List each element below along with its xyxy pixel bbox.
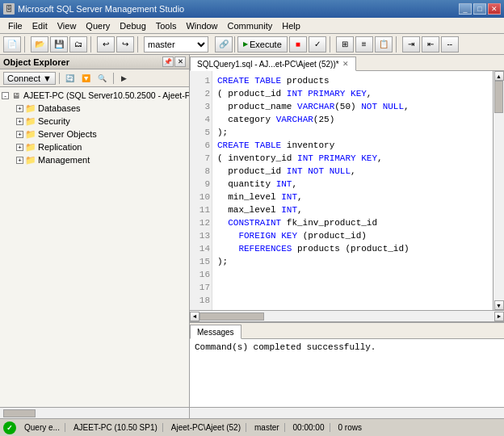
play-icon: ▶ xyxy=(243,40,248,48)
oe-expand-button[interactable]: ▶ xyxy=(117,72,132,85)
check-icon: ✓ xyxy=(6,424,13,432)
undo-button[interactable]: ↩ xyxy=(97,36,115,52)
management-toggle[interactable]: + xyxy=(16,157,23,164)
results-scrollbar[interactable] xyxy=(190,407,504,418)
server-objects-toggle[interactable]: + xyxy=(16,131,23,138)
menu-community[interactable]: Community xyxy=(223,20,278,31)
replication-toggle[interactable]: + xyxy=(16,144,23,151)
hscrollbar-thumb[interactable] xyxy=(200,312,264,321)
tree-item-security[interactable]: + 📁 Security xyxy=(2,115,187,128)
results-to-text[interactable]: ≡ xyxy=(355,36,373,52)
hscrollbar-right-button[interactable]: ► xyxy=(494,312,504,321)
redo-button[interactable]: ↪ xyxy=(116,36,134,52)
status-time: 00:00:00 xyxy=(288,423,330,432)
oe-sep xyxy=(59,73,60,84)
security-label: Security xyxy=(38,116,70,126)
oe-search-button[interactable]: 🔍 xyxy=(95,72,110,85)
databases-toggle[interactable]: + xyxy=(16,105,23,112)
close-button[interactable]: ✕ xyxy=(488,3,501,15)
management-label: Management xyxy=(38,155,90,165)
connection-button[interactable]: 🔗 xyxy=(215,36,233,52)
tab-title: SQLQuery1.sql - AJ...et-PC\Ajeet (52))* xyxy=(197,60,339,69)
tree-item-replication[interactable]: + 📁 Replication xyxy=(2,140,187,153)
tree-item-management[interactable]: + 📁 Management xyxy=(2,153,187,166)
object-explorer-title: Object Explorer xyxy=(3,57,69,67)
indent-btn[interactable]: ⇥ xyxy=(402,36,420,52)
tab-close-button[interactable]: ✕ xyxy=(342,60,349,68)
menu-tools[interactable]: Tools xyxy=(151,20,182,31)
security-toggle[interactable]: + xyxy=(16,118,23,125)
oe-pin-button[interactable]: 📌 xyxy=(162,57,174,67)
menu-view[interactable]: View xyxy=(52,20,82,31)
scrollbar-track xyxy=(494,81,504,300)
database-selector[interactable]: master xyxy=(144,36,208,52)
toolbar-sep-2 xyxy=(90,36,94,52)
results-content: Command(s) completed successfully. xyxy=(190,339,504,407)
tree-item-databases[interactable]: + 📁 Databases xyxy=(2,102,187,115)
results-to-grid[interactable]: ⊞ xyxy=(336,36,354,52)
minimize-button[interactable]: _ xyxy=(459,3,472,15)
status-db: master xyxy=(250,423,285,432)
management-folder-icon: 📁 xyxy=(25,154,36,166)
hscrollbar-track xyxy=(200,312,494,321)
sql-editor-tab[interactable]: SQLQuery1.sql - AJ...et-PC\Ajeet (52))* … xyxy=(190,57,356,71)
restore-button[interactable]: □ xyxy=(473,3,486,15)
code-line-16: REFERENCES products (product_id) xyxy=(217,242,488,255)
code-editor[interactable]: CREATE TABLE products ( product_id INT P… xyxy=(212,71,493,310)
toolbar-sep-3 xyxy=(137,36,141,52)
results-to-file[interactable]: 📋 xyxy=(375,36,393,52)
code-line-3: product_name VARCHAR(50) NOT NULL, xyxy=(217,100,488,113)
editor-hscrollbar[interactable]: ◄ ► xyxy=(190,310,504,321)
server-objects-label: Server Objects xyxy=(38,129,97,139)
oe-refresh-button[interactable]: 🔄 xyxy=(63,72,78,85)
menu-edit[interactable]: Edit xyxy=(27,20,52,31)
object-explorer-header: Object Explorer 📌 ✕ xyxy=(0,55,189,69)
tree-item-server[interactable]: - 🖥 AJEET-PC (SQL Server10.50.2500 - Aje… xyxy=(2,89,187,102)
outdent-btn[interactable]: ⇤ xyxy=(422,36,439,52)
save-all-button[interactable]: 🗂 xyxy=(69,36,87,52)
oe-sep2 xyxy=(113,73,114,84)
connect-button[interactable]: Connect ▼ xyxy=(3,72,56,85)
scrollbar-down-button[interactable]: ▼ xyxy=(494,300,504,310)
window-controls: _ □ ✕ xyxy=(459,3,501,15)
save-button[interactable]: 💾 xyxy=(50,36,68,52)
parse-button[interactable]: ✓ xyxy=(309,36,326,52)
scrollbar-thumb[interactable] xyxy=(494,81,503,113)
code-line-1: CREATE TABLE products xyxy=(217,74,488,87)
oe-scrollbar[interactable] xyxy=(0,407,189,418)
new-query-button[interactable]: 📄 xyxy=(3,36,21,52)
editor-area[interactable]: 12345 678910 1112131415 161718 CREATE TA… xyxy=(190,71,504,310)
editor-vscrollbar[interactable]: ▲ ▼ xyxy=(493,71,504,310)
status-server: AJEET-PC (10.50 SP1) xyxy=(69,423,163,432)
code-line-17: ); xyxy=(217,255,488,268)
server-toggle[interactable]: - xyxy=(2,92,9,99)
code-line-13: max_level INT, xyxy=(217,203,488,216)
replication-label: Replication xyxy=(38,142,82,152)
messages-tab[interactable]: Messages xyxy=(190,325,242,339)
oe-close-button[interactable]: ✕ xyxy=(174,57,186,67)
tree-item-server-objects[interactable]: + 📁 Server Objects xyxy=(2,128,187,140)
oe-filter-button[interactable]: 🔽 xyxy=(79,72,94,85)
code-line-15: FOREIGN KEY (product_id) xyxy=(217,229,488,242)
main-toolbar: 📄 📂 💾 🗂 ↩ ↪ master 🔗 ▶ Execute ■ ✓ ⊞ ≡ 📋… xyxy=(0,34,504,55)
messages-tab-label: Messages xyxy=(197,328,234,337)
menu-query[interactable]: Query xyxy=(81,20,115,31)
menu-help[interactable]: Help xyxy=(277,20,305,31)
menu-file[interactable]: File xyxy=(3,20,27,31)
result-message: Command(s) completed successfully. xyxy=(195,342,499,352)
stop-button[interactable]: ■ xyxy=(289,36,307,52)
code-line-8: CREATE TABLE inventory xyxy=(217,139,488,152)
code-line-2: ( product_id INT PRIMARY KEY, xyxy=(217,87,488,100)
status-query: Query e... xyxy=(19,423,65,432)
server-icon: 🖥 xyxy=(10,90,22,101)
execute-button[interactable]: ▶ Execute xyxy=(237,36,288,52)
toolbar-sep-5 xyxy=(396,36,399,52)
open-button[interactable]: 📂 xyxy=(31,36,48,52)
menu-window[interactable]: Window xyxy=(181,20,222,31)
results-panel: Messages Command(s) completed successful… xyxy=(190,321,504,418)
menu-debug[interactable]: Debug xyxy=(115,20,150,31)
comment-btn[interactable]: -- xyxy=(441,36,459,52)
app-title: Microsoft SQL Server Management Studio xyxy=(18,4,184,14)
scrollbar-up-button[interactable]: ▲ xyxy=(494,71,504,81)
hscrollbar-left-button[interactable]: ◄ xyxy=(190,312,200,321)
